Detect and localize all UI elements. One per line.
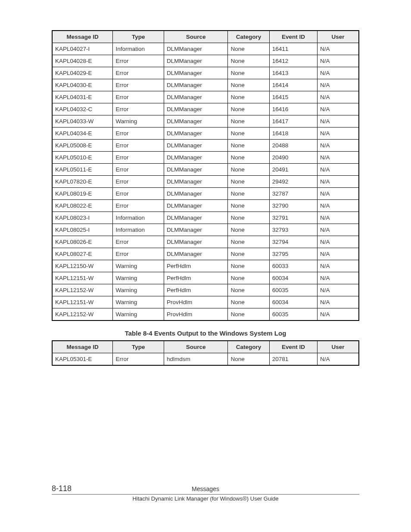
footer-guide-title: Hitachi Dynamic Link Manager (for Window… [52, 495, 359, 502]
table-cell: 16413 [269, 67, 317, 79]
table-cell: 16418 [269, 128, 317, 140]
table-cell: None [228, 152, 269, 164]
table-cell: Information [113, 43, 164, 55]
table-cell: KAPL08026-E [52, 236, 113, 248]
table-cell: None [228, 55, 269, 67]
table-cell: Error [113, 176, 164, 188]
table-cell: KAPL04031-E [52, 91, 113, 103]
table-cell: 32791 [269, 212, 317, 224]
table-cell: 60035 [269, 284, 317, 296]
table-cell: 20490 [269, 152, 317, 164]
col-message-id: Message ID [52, 341, 113, 353]
table-cell: N/A [318, 152, 359, 164]
table-cell: None [228, 248, 269, 260]
table-cell: 29492 [269, 176, 317, 188]
table-cell: Warning [113, 308, 164, 321]
page: Message ID Type Source Category Event ID… [0, 0, 411, 532]
table-cell: DLMManager [164, 188, 228, 200]
table-row: KAPL05301-EErrorhdlmdsmNone20781N/A [52, 353, 359, 366]
table-row: KAPL08026-EErrorDLMManagerNone32794N/A [52, 236, 359, 248]
table-cell: KAPL08025-I [52, 224, 113, 236]
table-cell: None [228, 140, 269, 152]
table-cell: DLMManager [164, 176, 228, 188]
table-cell: None [228, 115, 269, 128]
table-cell: None [228, 188, 269, 200]
table-cell: N/A [318, 176, 359, 188]
table-cell: N/A [318, 236, 359, 248]
table-row: KAPL08023-IInformationDLMManagerNone3279… [52, 212, 359, 224]
table-cell: N/A [318, 103, 359, 115]
table-cell: 16414 [269, 79, 317, 91]
table-cell: ProvHdlm [164, 296, 228, 308]
table-cell: N/A [318, 284, 359, 296]
table-row: KAPL12152-WWarningProvHdlmNone60035N/A [52, 308, 359, 321]
table-cell: KAPL05301-E [52, 353, 113, 366]
table-cell: 20488 [269, 140, 317, 152]
table-cell: 32787 [269, 188, 317, 200]
table-cell: Warning [113, 115, 164, 128]
footer-section-title: Messages [72, 485, 339, 492]
table-cell: None [228, 91, 269, 103]
table-cell: KAPL12150-W [52, 260, 113, 272]
table-cell: Error [113, 103, 164, 115]
table-cell: DLMManager [164, 200, 228, 212]
table-cell: N/A [318, 212, 359, 224]
table-cell: None [228, 272, 269, 284]
table-row: KAPL08025-IInformationDLMManagerNone3279… [52, 224, 359, 236]
table-cell: PerfHdlm [164, 272, 228, 284]
table-cell: DLMManager [164, 67, 228, 79]
table-cell: N/A [318, 43, 359, 55]
table-cell: 16416 [269, 103, 317, 115]
col-event-id: Event ID [269, 341, 317, 353]
table-cell: KAPL08023-I [52, 212, 113, 224]
table-cell: None [228, 296, 269, 308]
table-row: KAPL04033-WWarningDLMManagerNone16417N/A [52, 115, 359, 128]
table-header-row: Message ID Type Source Category Event ID… [52, 341, 359, 353]
table-cell: N/A [318, 353, 359, 366]
events-output-table-continued: Message ID Type Source Category Event ID… [52, 30, 359, 321]
table-cell: N/A [318, 140, 359, 152]
page-footer: 8-118 Messages 8-118 Hitachi Dynamic Lin… [52, 484, 359, 502]
table-row: KAPL04034-EErrorDLMManagerNone16418N/A [52, 128, 359, 140]
table-cell: PerfHdlm [164, 260, 228, 272]
table-cell: 32795 [269, 248, 317, 260]
table-cell: KAPL12152-W [52, 284, 113, 296]
table-row: KAPL08022-EErrorDLMManagerNone32790N/A [52, 200, 359, 212]
table-cell: Error [113, 353, 164, 366]
table-cell: Warning [113, 260, 164, 272]
table-cell: N/A [318, 296, 359, 308]
table-cell: None [228, 260, 269, 272]
table-cell: KAPL04029-E [52, 67, 113, 79]
table-cell: N/A [318, 248, 359, 260]
table-cell: None [228, 236, 269, 248]
events-output-system-log-table: Message ID Type Source Category Event ID… [52, 340, 359, 366]
table-cell: N/A [318, 308, 359, 321]
table-row: KAPL04030-EErrorDLMManagerNone16414N/A [52, 79, 359, 91]
table-cell: N/A [318, 260, 359, 272]
table-cell: None [228, 308, 269, 321]
table-cell: None [228, 103, 269, 115]
table-cell: Information [113, 212, 164, 224]
table-row: KAPL07820-EErrorDLMManagerNone29492N/A [52, 176, 359, 188]
col-source: Source [164, 31, 228, 43]
table-cell: Error [113, 55, 164, 67]
table-row: KAPL04027-IInformationDLMManagerNone1641… [52, 43, 359, 55]
table-cell: Error [113, 248, 164, 260]
table-cell: None [228, 43, 269, 55]
table-cell: KAPL08022-E [52, 200, 113, 212]
table-row: KAPL05008-EErrorDLMManagerNone20488N/A [52, 140, 359, 152]
table-cell: None [228, 79, 269, 91]
table-cell: KAPL07820-E [52, 176, 113, 188]
table-cell: Error [113, 91, 164, 103]
table-cell: 16415 [269, 91, 317, 103]
table-row: KAPL08027-EErrorDLMManagerNone32795N/A [52, 248, 359, 260]
table-cell: Information [113, 224, 164, 236]
col-type: Type [113, 31, 164, 43]
table-cell: DLMManager [164, 79, 228, 91]
table-cell: Error [113, 152, 164, 164]
table-cell: KAPL08019-E [52, 188, 113, 200]
table-row: KAPL12151-WWarningPerfHdlmNone60034N/A [52, 272, 359, 284]
table-cell: Error [113, 200, 164, 212]
table-cell: DLMManager [164, 224, 228, 236]
table-cell: DLMManager [164, 212, 228, 224]
